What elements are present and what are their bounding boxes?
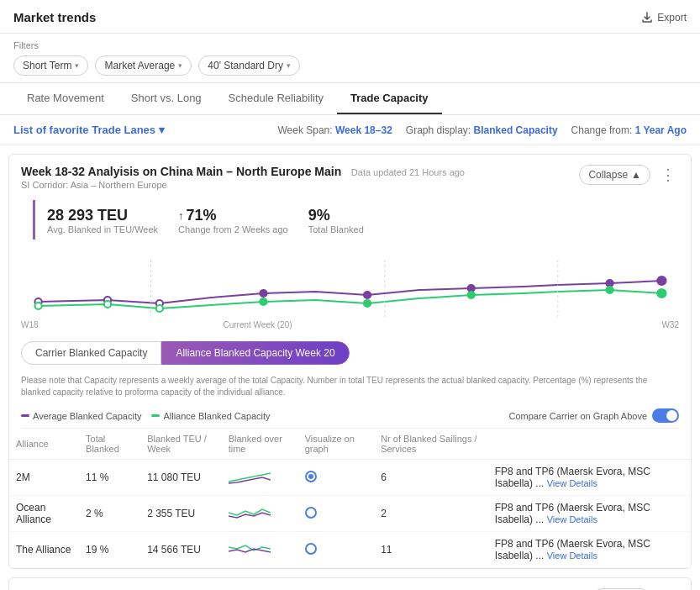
- analysis-corridor: SI Corridor: Asia – Northern Europe: [21, 180, 579, 190]
- view-details-button[interactable]: View Details: [547, 514, 597, 524]
- alliance-name: The Alliance: [9, 532, 79, 568]
- svg-point-10: [156, 305, 163, 312]
- svg-point-13: [468, 292, 475, 298]
- chart-labels: W18 Current Week (20) W32: [9, 320, 691, 335]
- svg-point-8: [34, 303, 41, 309]
- col-actions: [488, 429, 691, 460]
- analysis-title: Week 18-32 Analyisis on China Main – Nor…: [21, 165, 341, 178]
- svg-point-11: [260, 298, 266, 305]
- compare-toggle[interactable]: Compare Carrier on Graph Above: [509, 408, 679, 423]
- export-button[interactable]: Export: [641, 12, 687, 24]
- blanked-teu-value: 14 566 TEU: [140, 532, 222, 568]
- alliance-name: Ocean Alliance: [9, 496, 79, 532]
- filter-chip-market-average[interactable]: Market Average ▾: [95, 55, 192, 76]
- visualize-radio[interactable]: [298, 460, 374, 496]
- purple-legend-icon: [21, 414, 29, 417]
- svg-point-6: [606, 280, 613, 287]
- stat-change: ↑ 71% Change from 2 Weeks ago: [178, 207, 288, 234]
- radio-button-alliance[interactable]: [305, 543, 317, 555]
- stat-avg-label: Avg. Blanked in TEU/Week: [47, 224, 158, 234]
- blanked-time-chart: [222, 532, 298, 568]
- graph-display-label: Graph display: Blanked Capacity: [406, 124, 558, 136]
- svg-point-14: [606, 287, 613, 293]
- chevron-down-icon: ▾: [287, 61, 291, 70]
- green-legend-icon: [151, 414, 160, 417]
- toggle-switch[interactable]: [652, 408, 679, 423]
- sea-section: South East Asia Main - US West Coast SI …: [8, 577, 692, 590]
- blanked-time-chart: [222, 496, 298, 532]
- svg-point-7: [657, 277, 666, 285]
- total-blanked-value: 19 %: [79, 532, 140, 568]
- blanked-time-chart: [222, 460, 298, 496]
- radio-button-ocean[interactable]: [305, 507, 317, 519]
- legend-avg: Average Blanked Capacity: [21, 411, 141, 421]
- analysis-actions: Collapse ▲ ⋮: [579, 165, 679, 185]
- stats-row: 28 293 TEU Avg. Blanked in TEU/Week ↑ 71…: [33, 200, 667, 240]
- chevron-down-icon: ▾: [159, 124, 165, 136]
- analysis-title-block: Week 18-32 Analyisis on China Main – Nor…: [21, 165, 579, 190]
- toggle-knob: [666, 410, 677, 421]
- filter-chip-standard-dry[interactable]: 40' Standard Dry ▾: [198, 55, 300, 76]
- tab-alliance-blanked[interactable]: Alliance Blanked Capacity Week 20: [161, 341, 349, 365]
- chevron-down-icon: ▾: [178, 61, 182, 70]
- col-blanked-time: Blanked over time: [222, 429, 298, 460]
- collapse-button[interactable]: Collapse ▲: [579, 165, 650, 185]
- visualize-radio[interactable]: [298, 496, 374, 532]
- tab-carrier-blanked[interactable]: Carrier Blanked Capacity: [21, 341, 161, 365]
- filter-chip-short-term[interactable]: Short Term ▾: [13, 55, 88, 76]
- inner-tabs: Carrier Blanked Capacity Alliance Blanke…: [9, 335, 691, 371]
- total-blanked-value: 11 %: [79, 460, 140, 496]
- nr-sailings: 6: [374, 460, 487, 496]
- svg-point-9: [104, 301, 111, 308]
- favorite-lanes-button[interactable]: List of favorite Trade Lanes ▾: [13, 124, 165, 136]
- tab-rate-movement[interactable]: Rate Movement: [13, 83, 118, 114]
- svg-point-15: [657, 289, 666, 298]
- capacity-note: Please note that Capacity represents a w…: [9, 371, 691, 403]
- table-row: Ocean Alliance 2 % 2 355 TEU 2 FP8: [9, 496, 691, 532]
- table-row: The Alliance 19 % 14 566 TEU 11 FP: [9, 532, 691, 568]
- page-header: Market trends Export: [0, 0, 700, 34]
- radio-button-2m[interactable]: [305, 471, 317, 482]
- main-tabs: Rate Movement Short vs. Long Schedule Re…: [0, 83, 700, 115]
- alliance-name: 2M: [9, 460, 79, 496]
- visualize-radio[interactable]: [298, 532, 374, 568]
- legend-row: Average Blanked Capacity Alliance Blanke…: [9, 403, 691, 428]
- stat-change-label: Change from 2 Weeks ago: [178, 224, 288, 234]
- chevron-up-icon: ▲: [631, 169, 641, 181]
- col-alliance: Alliance: [9, 429, 79, 460]
- svg-point-4: [364, 292, 371, 298]
- tab-schedule-reliability[interactable]: Schedule Reliability: [215, 83, 337, 114]
- change-from-label: Change from: 1 Year Ago: [571, 124, 687, 136]
- table-row: 2M 11 % 11 080 TEU 6 FP8 and TP6 (: [9, 460, 691, 496]
- chevron-down-icon: ▾: [75, 61, 79, 70]
- legend-items: Average Blanked Capacity Alliance Blanke…: [21, 411, 271, 421]
- alliance-table: Alliance Total Blanked Blanked TEU / Wee…: [9, 429, 691, 568]
- more-options-button[interactable]: ⋮: [657, 166, 679, 184]
- nr-sailings: 11: [374, 532, 487, 568]
- svg-point-12: [364, 300, 371, 307]
- blanked-teu-value: 11 080 TEU: [140, 460, 222, 496]
- blanked-teu-value: 2 355 TEU: [140, 496, 222, 532]
- filters-label: Filters: [13, 40, 687, 50]
- stat-change-value: 71%: [187, 207, 217, 224]
- chart-area: [9, 245, 691, 320]
- page-title: Market trends: [13, 10, 96, 24]
- total-blanked-value: 2 %: [79, 496, 140, 532]
- col-blanked-teu: Blanked TEU / Week: [140, 429, 222, 460]
- arrow-up-icon: ↑: [178, 209, 184, 222]
- svg-point-3: [260, 290, 266, 297]
- analysis-section: Week 18-32 Analyisis on China Main – Nor…: [8, 154, 692, 569]
- nr-sailings: 2: [374, 496, 487, 532]
- col-total-blanked: Total Blanked: [79, 429, 140, 460]
- stat-total-label: Total Blanked: [308, 224, 364, 234]
- view-details-button[interactable]: View Details: [547, 550, 597, 561]
- trade-capacity-header: List of favorite Trade Lanes ▾ Week Span…: [0, 115, 700, 145]
- stat-avg-blanked: 28 293 TEU Avg. Blanked in TEU/Week: [47, 207, 158, 234]
- view-details-button[interactable]: View Details: [547, 478, 597, 488]
- tab-trade-capacity[interactable]: Trade Capacity: [337, 83, 442, 114]
- capacity-chart: [21, 251, 679, 319]
- mini-chart-2m: [229, 466, 271, 487]
- mini-chart-ocean: [229, 503, 271, 523]
- col-visualize: Visualize on graph: [298, 429, 374, 460]
- tab-short-vs-long[interactable]: Short vs. Long: [118, 83, 215, 114]
